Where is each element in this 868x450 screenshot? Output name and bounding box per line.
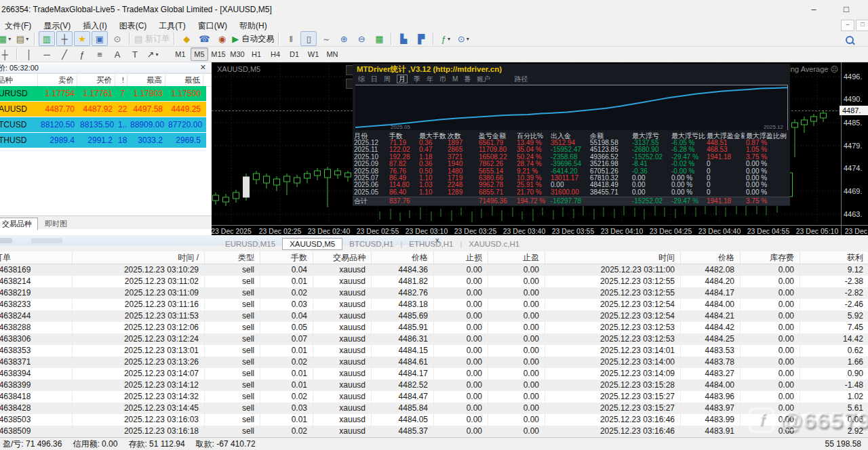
table-row[interactable]: 646384182025.12.23 03:14:32sell0.02xauus…	[0, 391, 868, 403]
text-button[interactable]: A	[109, 47, 125, 62]
arrange-button[interactable]: ▙	[395, 31, 412, 46]
periods-button[interactable]: ⊙▾	[455, 31, 471, 46]
stats-cell: 0.00 %	[670, 175, 705, 182]
stats-tab-path[interactable]: 路径	[514, 75, 528, 83]
fibonacci-button[interactable]: ƒ	[74, 47, 90, 62]
table-row[interactable]: 646385032025.12.23 03:16:03sell0.01xauus…	[0, 414, 868, 426]
market-watch-tab[interactable]: 即时图	[39, 218, 73, 230]
vertical-line-button[interactable]: │	[21, 47, 37, 62]
timeframe-mn[interactable]: MN	[323, 47, 341, 61]
stats-cell: -16297.78	[549, 197, 589, 204]
zoom-out-button[interactable]: ⊖	[353, 31, 370, 46]
symbol-row[interactable]: ETHUSD2989.42991.2183033.22969.5	[0, 133, 206, 148]
stats-tab-周[interactable]: 周	[384, 75, 391, 83]
history-cell: xauusd	[313, 391, 372, 403]
depth-of-market-button[interactable]: ◆	[178, 31, 195, 46]
bar-chart-button[interactable]: ‖	[283, 31, 299, 46]
timeframe-w1[interactable]: W1	[304, 47, 322, 61]
stats-cell: 1480	[446, 168, 477, 175]
new-chart-button[interactable]: ▦▾	[0, 31, 13, 46]
autotrade-button[interactable]: ▶自动交易	[231, 31, 275, 46]
tile-windows-button[interactable]: ▦	[371, 31, 387, 46]
line-chart-button[interactable]: ～	[318, 31, 334, 46]
trendline-button[interactable]: ╱	[56, 47, 73, 62]
stats-cell: 9.21 %	[515, 168, 549, 175]
status-item: 取款: -67 410.72	[196, 438, 256, 450]
minimize-button[interactable]: –	[800, 0, 827, 19]
timeframe-m30[interactable]: M30	[229, 47, 246, 61]
table-row[interactable]: 646385092025.12.23 03:16:18sell0.02xauus…	[0, 426, 868, 437]
chart-tab-xauusd-c-h1[interactable]: XAUUSD.c,H1	[462, 239, 526, 249]
channel-button[interactable]: ≡	[92, 47, 108, 62]
symbol-name: EURUSD	[0, 86, 38, 101]
candlestick-chart-button[interactable]: ▯	[300, 31, 317, 46]
toolbox-button[interactable]: ▣	[92, 31, 108, 46]
stats-tab-番[interactable]: 番	[464, 75, 471, 83]
timeframe-h4[interactable]: H4	[267, 47, 284, 61]
stats-cell: 45123.85	[589, 146, 631, 153]
market-watch-close-icon[interactable]: ✕	[200, 63, 206, 72]
symbol-row[interactable]: XAUUSD4487.704487.92224497.584449.25	[0, 102, 206, 117]
search-button[interactable]	[842, 33, 858, 47]
arrows-icon: ↗	[147, 50, 155, 59]
table-row[interactable]: 646383062025.12.23 03:12:24sell0.07xauus…	[0, 333, 868, 345]
mdi-restore-button[interactable]: □	[856, 20, 868, 31]
table-row[interactable]: 646384282025.12.23 03:14:45sell0.03xauus…	[0, 403, 868, 414]
caret-down-icon: ▾	[448, 36, 450, 42]
table-row[interactable]: 646382442025.12.23 03:11:53sell0.04xauus…	[0, 310, 868, 322]
history-cell: 0.07	[260, 333, 313, 345]
data-window-button[interactable]: ┼	[56, 31, 73, 46]
cascade-button[interactable]: ▛	[413, 31, 429, 46]
market-watch-button[interactable]: ▥	[39, 31, 55, 46]
history-cell: 2.92	[800, 426, 868, 437]
zoom-in-button[interactable]: ⊕	[336, 31, 352, 46]
cursor-button[interactable]: ┼	[0, 47, 13, 62]
chart-tab-eurusd-m15[interactable]: EURUSD,M15	[218, 239, 282, 249]
timeframe-m15[interactable]: M15	[210, 47, 227, 61]
market-watch-tab[interactable]: 交易品种	[0, 218, 38, 230]
bar-chart-icon: ‖	[290, 35, 293, 43]
stats-tab-M[interactable]: M	[452, 75, 458, 83]
table-row[interactable]: 646383712025.12.23 03:13:26sell0.02xauus…	[0, 356, 868, 368]
chat-button[interactable]: ☎	[196, 31, 212, 46]
table-row[interactable]: 646382192025.12.23 03:11:09sell0.02xauus…	[0, 287, 868, 299]
stats-cell: 7862.26	[477, 161, 515, 167]
help-button[interactable]: ?	[865, 33, 868, 47]
stats-tab-年[interactable]: 年	[427, 75, 433, 83]
chart-tab-ethusd-h1[interactable]: ETHUSD,H1	[402, 239, 460, 249]
timeframe-h1[interactable]: H1	[248, 47, 265, 61]
profiles-button[interactable]: ▤▾	[14, 31, 31, 46]
symbol-row[interactable]: EURUSD1.177541.1776171.178031.17500	[0, 86, 206, 102]
arrows-button[interactable]: ↗▾	[144, 47, 161, 62]
table-row[interactable]: 646382882025.12.23 03:12:06sell0.05xauus…	[0, 322, 868, 333]
chart-tab-btcusd-h1[interactable]: BTCUSD,H1	[342, 239, 400, 249]
timeframe-d1[interactable]: D1	[285, 47, 303, 61]
symbol-row[interactable]: BTCUSD88120.5088135.501...88909.0087720.…	[0, 117, 206, 133]
community-button[interactable]: ◉	[214, 31, 230, 46]
stats-tab-日[interactable]: 日	[371, 75, 378, 83]
strategy-tester-button[interactable]: ⊙	[109, 31, 125, 46]
stats-tab-月[interactable]: 月	[397, 75, 408, 83]
stats-tab-综[interactable]: 综	[358, 75, 365, 83]
label-button[interactable]: T	[127, 47, 143, 62]
table-row[interactable]: 646382332025.12.23 03:11:16sell0.03xauus…	[0, 299, 868, 310]
table-row[interactable]: 646383532025.12.23 03:13:01sell0.01xauus…	[0, 345, 868, 356]
mdi-minimize-button[interactable]: –	[841, 20, 854, 31]
stats-cell: 1.05 %	[745, 146, 790, 153]
stats-tab-季[interactable]: 季	[414, 75, 420, 83]
history-cell: 4483.96	[681, 391, 741, 403]
table-row[interactable]: 646383992025.12.23 03:14:12sell0.01xauus…	[0, 380, 868, 391]
maximize-button[interactable]: □	[833, 0, 860, 19]
close-button[interactable]: ✕	[865, 0, 868, 19]
horizontal-line-button[interactable]: ─	[39, 47, 55, 62]
chart-tab-xauusd-m5[interactable]: XAUUSD,M5	[282, 238, 342, 250]
stats-tab-币[interactable]: 币	[439, 75, 446, 83]
table-row[interactable]: 646383942025.12.23 03:14:07sell0.01xauus…	[0, 368, 868, 380]
timeframe-m5[interactable]: M5	[191, 47, 208, 61]
table-row[interactable]: 646381692025.12.23 03:10:29sell0.04xauus…	[0, 264, 868, 276]
table-row[interactable]: 646382142025.12.23 03:11:02sell0.01xauus…	[0, 276, 868, 287]
navigator-button[interactable]: ★	[74, 31, 90, 46]
stats-tab-账户[interactable]: 账户	[477, 75, 490, 83]
timeframe-m1[interactable]: M1	[172, 47, 189, 61]
indicators-button[interactable]: ƒ▾	[437, 31, 454, 46]
